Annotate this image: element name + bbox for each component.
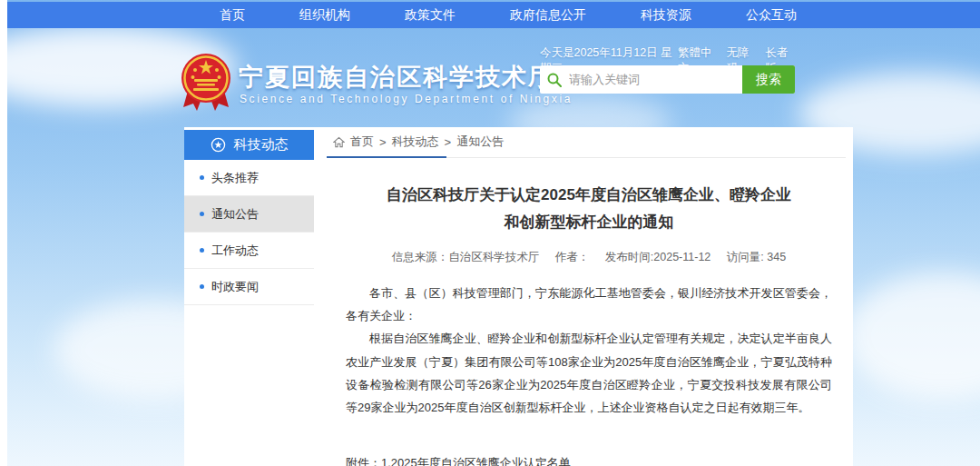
bullet-icon [200, 248, 204, 253]
search-bar: 搜索 [540, 65, 795, 94]
sidebar-title: 科技动态 [234, 136, 289, 154]
sidebar-item-work-updates[interactable]: 工作动态 [184, 233, 314, 269]
sidebar-item-label: 通知公告 [211, 206, 259, 223]
sidebar-header: 科技动态 [184, 130, 314, 160]
search-icon [540, 73, 569, 87]
search-input[interactable] [569, 65, 742, 94]
article-paragraph: 根据自治区雏鹰企业、瞪羚企业和创新型标杆企业认定管理有关规定，决定认定半亩良人农… [346, 327, 832, 419]
sidebar: 科技动态 头条推荐 通知公告 工作动态 时政要闻 [184, 130, 314, 305]
meta-source: 信息来源：自治区科学技术厅 [392, 251, 540, 263]
attachments-section: 附件： 1.2025年度自治区雏鹰企业认定名单 2.2025年度自治区瞪羚企业认… [327, 454, 851, 466]
breadcrumb-notices[interactable]: 通知公告 [456, 134, 504, 150]
breadcrumb: 首页 > 科技动态 > 通知公告 [327, 127, 851, 156]
nav-item-interaction[interactable]: 公众互动 [735, 7, 808, 24]
bullet-icon [200, 175, 204, 180]
meta-visits: 访问量: 345 [727, 251, 786, 263]
article-meta: 信息来源：自治区科学技术厅 作者： 发布时间:2025-11-12 访问量: 3… [327, 250, 851, 265]
breadcrumb-tech-news[interactable]: 科技动态 [392, 134, 439, 150]
article-panel: 首页 > 科技动态 > 通知公告 自治区科技厅关于认定2025年度自治区雏鹰企业… [327, 127, 851, 466]
sidebar-item-notices[interactable]: 通知公告 [184, 196, 314, 233]
bullet-icon [200, 284, 204, 289]
home-icon [333, 136, 345, 148]
breadcrumb-home[interactable]: 首页 [350, 134, 374, 150]
sidebar-item-current-politics[interactable]: 时政要闻 [184, 269, 314, 305]
article-title: 自治区科技厅关于认定2025年度自治区雏鹰企业、瞪羚企业 和创新型标杆企业的通知 [327, 182, 851, 236]
top-navigation: 首页 组织机构 政策文件 政府信息公开 科技资源 公众互动 [7, 2, 980, 28]
sidebar-item-label: 工作动态 [211, 243, 259, 259]
article-title-line1: 自治区科技厅关于认定2025年度自治区雏鹰企业、瞪羚企业 [327, 182, 851, 209]
bullet-icon [200, 212, 204, 216]
nav-item-organization[interactable]: 组织机构 [289, 7, 361, 24]
cloud-decoration [844, 273, 980, 400]
breadcrumb-divider [327, 156, 851, 158]
breadcrumb-separator: > [379, 135, 387, 149]
content-wrapper: 科技动态 头条推荐 通知公告 工作动态 时政要闻 [184, 127, 853, 466]
sidebar-item-label: 头条推荐 [211, 170, 259, 186]
article-paragraph: 各市、县（区）科技管理部门，宁东能源化工基地管委会，银川经济技术开发区管委会，各… [346, 282, 832, 328]
site-subtitle: Science and Technology Department of Nin… [240, 93, 573, 105]
search-button[interactable]: 搜索 [742, 65, 795, 94]
site-title: 宁夏回族自治区科学技术厅 [239, 61, 554, 94]
article-body: 各市、县（区）科技管理部门，宁东能源化工基地管委会，银川经济技术开发区管委会，各… [327, 282, 851, 420]
nav-item-home[interactable]: 首页 [209, 7, 256, 24]
sidebar-item-label: 时政要闻 [211, 279, 259, 295]
attachment-link-1[interactable]: 1.2025年度自治区雏鹰企业认定名单 [381, 454, 606, 466]
nav-item-policy[interactable]: 政策文件 [394, 7, 466, 24]
national-emblem-logo [181, 51, 231, 114]
sidebar-item-headlines[interactable]: 头条推荐 [184, 160, 314, 196]
nav-item-gov-info[interactable]: 政府信息公开 [499, 7, 597, 24]
article-title-line2: 和创新型标杆企业的通知 [327, 209, 851, 236]
meta-publish-date: 发布时间:2025-11-12 [605, 251, 711, 263]
attachments-label: 附件： [346, 454, 381, 466]
meta-author: 作者： [555, 251, 590, 263]
nav-item-resources[interactable]: 科技资源 [630, 7, 702, 24]
star-circle-icon [211, 137, 226, 153]
breadcrumb-separator: > [445, 135, 452, 149]
